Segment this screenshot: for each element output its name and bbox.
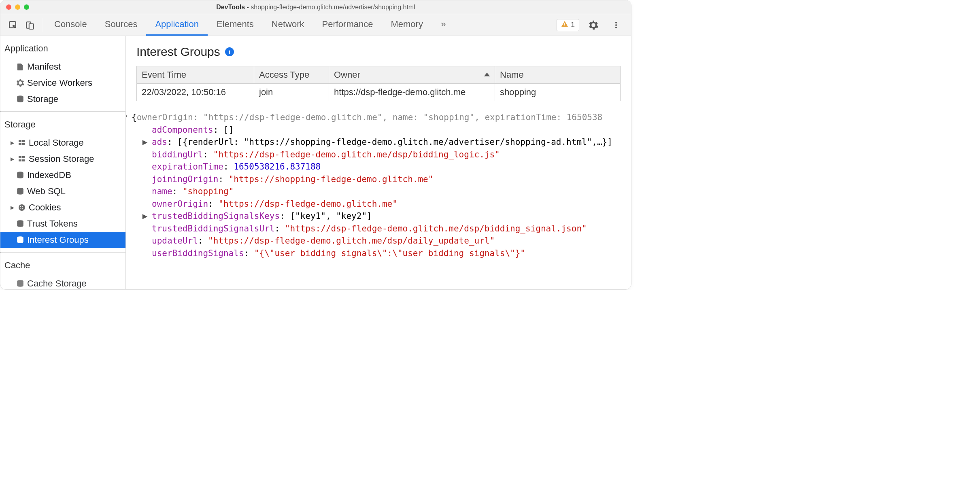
tab-console[interactable]: Console xyxy=(45,14,96,36)
storage-icon xyxy=(16,171,25,179)
obj-prop-expirationTime[interactable]: expirationTime: 1650538216.837188 xyxy=(136,161,628,173)
tab-elements[interactable]: Elements xyxy=(208,14,263,36)
file-icon xyxy=(16,63,25,71)
maximize-window-button[interactable] xyxy=(24,4,29,10)
tab-application[interactable]: Application xyxy=(146,14,208,36)
tab-network[interactable]: Network xyxy=(263,14,313,36)
obj-prop-adComponents[interactable]: adComponents: [] xyxy=(136,124,628,136)
cell-event-time: 22/03/2022, 10:50:16 xyxy=(137,84,254,101)
cell-owner: https://dsp-fledge-demo.glitch.me xyxy=(329,84,495,101)
table-header-row: Event Time Access Type Owner Name xyxy=(137,66,621,84)
col-access-type[interactable]: Access Type xyxy=(254,66,329,84)
interest-groups-table: Event Time Access Type Owner Name 22/03/… xyxy=(136,66,621,101)
sort-asc-icon xyxy=(484,73,490,76)
panel-tabs: Console Sources Application Elements Net… xyxy=(45,14,455,36)
sidebar-item-label: Cookies xyxy=(29,202,61,213)
tab-performance[interactable]: Performance xyxy=(313,14,382,36)
inspect-element-button[interactable] xyxy=(4,14,21,36)
devtools-window: DevTools - shopping-fledge-demo.glitch.m… xyxy=(0,0,631,290)
sidebar-item-cache-storage[interactable]: Cache Storage xyxy=(0,276,125,289)
col-name[interactable]: Name xyxy=(495,66,621,84)
window-controls xyxy=(6,4,29,10)
sidebar-item-service-workers[interactable]: Service Workers xyxy=(0,75,125,91)
titlebar: DevTools - shopping-fledge-demo.glitch.m… xyxy=(0,0,631,14)
sidebar-item-cookies[interactable]: ▶ Cookies xyxy=(0,199,125,216)
top-toolbar: Console Sources Application Elements Net… xyxy=(0,14,631,36)
storage-icon xyxy=(16,280,25,288)
caret-icon: ▶ xyxy=(9,205,15,210)
object-inspector: ▼{ownerOrigin: "https://dsp-fledge-demo.… xyxy=(126,107,631,263)
caret-icon: ▶ xyxy=(9,156,15,162)
warnings-chip[interactable]: 1 xyxy=(557,19,579,31)
storage-icon xyxy=(16,236,25,244)
col-event-time[interactable]: Event Time xyxy=(137,66,254,84)
obj-prop-joiningOrigin[interactable]: joiningOrigin: "https://shopping-fledge-… xyxy=(136,173,628,186)
obj-root[interactable]: ▼{ownerOrigin: "https://dsp-fledge-demo.… xyxy=(132,111,628,124)
sidebar-item-interest-groups[interactable]: Interest Groups xyxy=(0,232,125,248)
application-sidebar: Application Manifest Service Workers Sto… xyxy=(0,36,126,289)
col-owner[interactable]: Owner xyxy=(329,66,495,84)
panel-title-text: Interest Groups xyxy=(136,45,220,59)
obj-prop-ads[interactable]: ▶ads: [{renderUrl: "https://shopping-fle… xyxy=(136,136,628,148)
cell-access-type: join xyxy=(254,84,329,101)
sidebar-item-websql[interactable]: Web SQL xyxy=(0,183,125,199)
window-title: DevTools - shopping-fledge-demo.glitch.m… xyxy=(0,4,631,11)
cookie-icon xyxy=(17,204,26,212)
obj-prop-biddingUrl[interactable]: biddingUrl: "https://dsp-fledge-demo.gli… xyxy=(136,148,628,161)
sidebar-tree-storage: ▶ Local Storage ▶ Session Storage Indexe… xyxy=(0,134,125,252)
grid-icon xyxy=(17,139,26,147)
sidebar-tree-application: Manifest Service Workers Storage xyxy=(0,58,125,111)
storage-icon xyxy=(16,95,25,103)
settings-button[interactable] xyxy=(585,20,602,30)
tabs-overflow[interactable]: » xyxy=(432,14,455,36)
minimize-window-button[interactable] xyxy=(15,4,20,10)
sidebar-item-app-storage[interactable]: Storage xyxy=(0,91,125,107)
warnings-count: 1 xyxy=(571,21,575,29)
gear-icon xyxy=(16,79,25,87)
storage-icon xyxy=(16,187,25,195)
sidebar-item-label: Service Workers xyxy=(27,78,92,88)
obj-prop-updateUrl[interactable]: updateUrl: "https://dsp-fledge-demo.glit… xyxy=(136,235,628,247)
sidebar-item-indexeddb[interactable]: IndexedDB xyxy=(0,167,125,183)
tab-sources[interactable]: Sources xyxy=(96,14,147,36)
close-window-button[interactable] xyxy=(6,4,11,10)
caret-icon: ▶ xyxy=(9,140,15,146)
obj-prop-ownerOrigin[interactable]: ownerOrigin: "https://dsp-fledge-demo.gl… xyxy=(136,198,628,210)
sidebar-item-label: Cache Storage xyxy=(27,278,87,289)
obj-prop-trustedBiddingSignalsUrl[interactable]: trustedBiddingSignalsUrl: "https://dsp-f… xyxy=(136,223,628,235)
sidebar-item-label: Storage xyxy=(27,94,58,104)
sidebar-section-storage: Storage xyxy=(0,112,125,134)
table-row[interactable]: 22/03/2022, 10:50:16 join https://dsp-fl… xyxy=(137,84,621,101)
info-icon[interactable]: i xyxy=(225,47,234,56)
sidebar-item-label: Interest Groups xyxy=(27,235,89,245)
sidebar-item-trust-tokens[interactable]: Trust Tokens xyxy=(0,216,125,232)
sidebar-item-label: Web SQL xyxy=(27,186,66,197)
sidebar-item-label: Local Storage xyxy=(29,138,84,148)
main-area: Application Manifest Service Workers Sto… xyxy=(0,36,631,289)
sidebar-item-label: IndexedDB xyxy=(27,170,71,180)
sidebar-section-application: Application xyxy=(0,36,125,58)
obj-prop-name[interactable]: name: "shopping" xyxy=(136,185,628,198)
warning-icon xyxy=(561,20,568,30)
tab-memory[interactable]: Memory xyxy=(382,14,432,36)
sidebar-item-label: Trust Tokens xyxy=(27,218,78,229)
grid-icon xyxy=(17,155,26,163)
sidebar-item-manifest[interactable]: Manifest xyxy=(0,59,125,75)
cell-name: shopping xyxy=(495,84,621,101)
sidebar-item-local-storage[interactable]: ▶ Local Storage xyxy=(0,135,125,151)
sidebar-section-cache: Cache xyxy=(0,253,125,275)
storage-icon xyxy=(16,220,25,228)
sidebar-item-label: Manifest xyxy=(27,62,61,72)
toolbar-divider xyxy=(42,18,42,32)
toggle-device-button[interactable] xyxy=(21,14,38,36)
sidebar-tree-cache: Cache Storage xyxy=(0,275,125,289)
obj-prop-trustedBiddingSignalsKeys[interactable]: ▶trustedBiddingSignalsKeys: ["key1", "ke… xyxy=(136,210,628,223)
sidebar-item-label: Session Storage xyxy=(29,154,94,164)
caret-right-icon: ▶ xyxy=(145,210,152,223)
panel-title: Interest Groups i xyxy=(126,36,631,66)
obj-prop-userBiddingSignals[interactable]: userBiddingSignals: "{\"user_bidding_sig… xyxy=(136,247,628,260)
caret-right-icon: ▶ xyxy=(145,136,152,148)
panel-content: Interest Groups i Event Time Access Type… xyxy=(126,36,631,289)
sidebar-item-session-storage[interactable]: ▶ Session Storage xyxy=(0,151,125,167)
more-menu-button[interactable] xyxy=(608,21,625,29)
